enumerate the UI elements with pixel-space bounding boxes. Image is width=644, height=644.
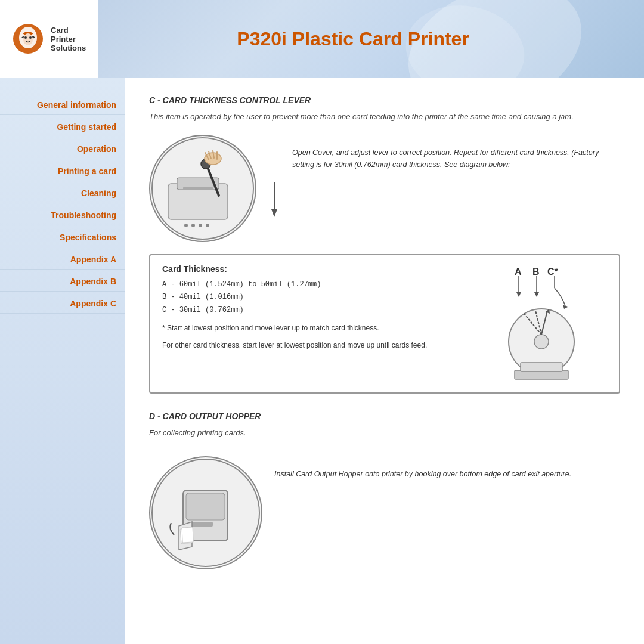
sidebar-item-general-information[interactable]: General information xyxy=(0,95,125,115)
lever-description: Open Cover, and adjust lever to correct … xyxy=(292,135,620,171)
thickness-section: Card Thickness: A - 60mil (1.524mm) to 5… xyxy=(149,254,620,394)
page-header: ® Card Printer Solutions P320i Plastic C… xyxy=(0,0,644,78)
thickness-left: Card Thickness: A - 60mil (1.524mm) to 5… xyxy=(162,264,464,383)
section-c: C - CARD THICKNESS CONTROL LEVER This it… xyxy=(149,95,620,394)
logo-text: Card Printer Solutions xyxy=(51,26,86,52)
zebra-icon: ® xyxy=(12,23,45,55)
page-title: P320i Plastic Card Printer xyxy=(98,28,644,50)
thickness-note1: * Start at lowest position and move leve… xyxy=(162,323,464,334)
thickness-line-b: B - 40mil (1.016mm) xyxy=(162,291,464,304)
hopper-diagram-svg xyxy=(150,457,261,568)
svg-rect-46 xyxy=(182,527,193,543)
sidebar-item-specifications[interactable]: Specifications xyxy=(0,228,125,247)
main-layout: General information Getting started Oper… xyxy=(0,78,644,644)
hopper-section: Install Card Output Hopper onto printer … xyxy=(149,450,620,569)
sidebar-item-operation[interactable]: Operation xyxy=(0,140,125,159)
sidebar: General information Getting started Oper… xyxy=(0,78,125,644)
lever-illustration xyxy=(149,135,256,242)
zebra-logo: ® Card Printer Solutions xyxy=(12,23,86,55)
svg-marker-22 xyxy=(271,209,277,217)
sidebar-item-appendix-c[interactable]: Appendix C xyxy=(0,294,125,314)
thickness-note2: For other card thickness, start lever at… xyxy=(162,340,464,351)
sidebar-item-getting-started[interactable]: Getting started xyxy=(0,117,125,137)
svg-rect-42 xyxy=(186,493,225,520)
section-c-illustration-row: Open Cover, and adjust lever to correct … xyxy=(149,135,620,242)
sidebar-item-troubleshooting[interactable]: Troubleshooting xyxy=(0,206,125,225)
content-area: C - CARD THICKNESS CONTROL LEVER This it… xyxy=(125,78,644,644)
svg-rect-43 xyxy=(189,522,213,527)
section-d-desc: For collecting printing cards. xyxy=(149,427,620,439)
svg-text:C*: C* xyxy=(547,267,559,277)
thickness-diagram-svg: A B C* xyxy=(479,264,604,383)
section-d-title: D - CARD OUTPUT HOPPER xyxy=(149,411,620,421)
thickness-diagram: A B C* xyxy=(476,264,607,383)
hopper-illustration xyxy=(149,456,262,569)
section-d: D - CARD OUTPUT HOPPER For collecting pr… xyxy=(149,411,620,570)
svg-point-4 xyxy=(24,36,27,39)
svg-rect-39 xyxy=(521,363,562,371)
svg-marker-29 xyxy=(534,292,539,297)
svg-point-20 xyxy=(206,224,209,227)
svg-point-18 xyxy=(191,224,195,227)
arrow-connector xyxy=(268,135,280,218)
logo-area: ® Card Printer Solutions xyxy=(0,0,98,78)
svg-text:B: B xyxy=(532,267,540,277)
sidebar-item-appendix-b[interactable]: Appendix B xyxy=(0,272,125,292)
thickness-title: Card Thickness: xyxy=(162,264,464,274)
sidebar-item-appendix-a[interactable]: Appendix A xyxy=(0,250,125,270)
sidebar-item-cleaning[interactable]: Cleaning xyxy=(0,184,125,203)
svg-point-17 xyxy=(184,224,188,227)
sidebar-item-printing-a-card[interactable]: Printing a card xyxy=(0,162,125,181)
thickness-line-c: C - 30mil (0.762mm) xyxy=(162,304,464,317)
lever-diagram-svg xyxy=(150,136,255,241)
thickness-body: A - 60mil (1.524mm) to 50mil (1.27mm) B … xyxy=(162,278,464,317)
svg-marker-27 xyxy=(516,292,521,297)
thickness-line-a: A - 60mil (1.524mm) to 50mil (1.27mm) xyxy=(162,278,464,292)
hopper-install-text: Install Card Output Hopper onto printer … xyxy=(274,450,620,480)
down-arrow-svg xyxy=(268,182,280,218)
section-c-title: C - CARD THICKNESS CONTROL LEVER xyxy=(149,95,620,105)
svg-point-3 xyxy=(23,33,33,45)
svg-point-33 xyxy=(534,335,549,349)
svg-rect-9 xyxy=(183,187,213,190)
svg-text:A: A xyxy=(515,267,522,277)
section-c-desc: This item is operated by the user to pre… xyxy=(149,111,620,123)
svg-point-19 xyxy=(199,224,202,227)
svg-point-5 xyxy=(29,36,32,39)
